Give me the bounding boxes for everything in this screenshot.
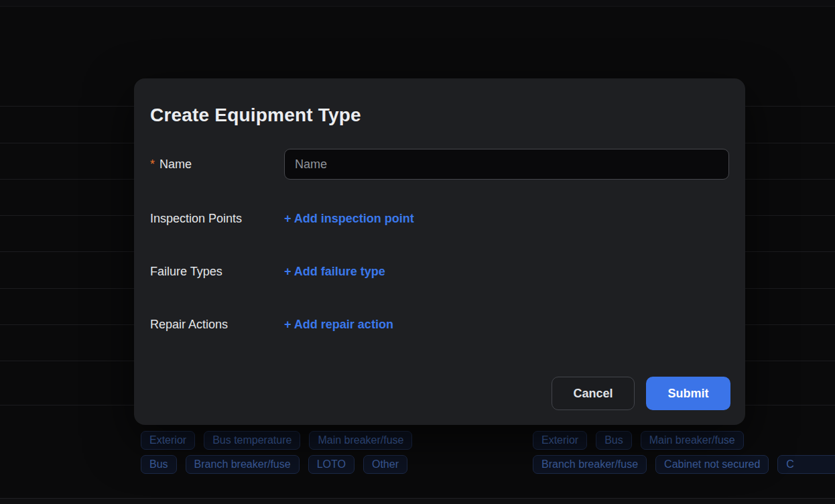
inspection-points-label: Inspection Points	[150, 212, 284, 226]
create-equipment-type-modal: Create Equipment Type * Name Inspection …	[134, 78, 745, 425]
cancel-button[interactable]: Cancel	[552, 377, 635, 410]
tag-chip: Main breaker/fuse	[641, 431, 744, 450]
add-repair-action-link[interactable]: + Add repair action	[284, 318, 393, 332]
failure-types-label-text: Failure Types	[150, 265, 222, 279]
name-field-label-cell: * Name	[150, 158, 284, 172]
tag-chip: Bus	[141, 455, 177, 474]
inspection-points-chip-row-2: Bus Branch breaker/fuse LOTO Other	[141, 455, 407, 474]
submit-button[interactable]: Submit	[646, 377, 730, 410]
add-inspection-point-link[interactable]: + Add inspection point	[284, 212, 414, 226]
tag-chip: Main breaker/fuse	[309, 431, 412, 450]
tag-chip: Bus	[596, 431, 632, 450]
inspection-points-row: Inspection Points + Add inspection point	[150, 210, 729, 227]
inspection-points-label-text: Inspection Points	[150, 212, 242, 226]
tag-chip: Exterior	[533, 431, 587, 450]
failure-types-chip-row-1: Exterior Bus Main breaker/fuse	[533, 431, 744, 450]
repair-actions-label-text: Repair Actions	[150, 318, 228, 332]
modal-title: Create Equipment Type	[150, 105, 361, 126]
tag-chip: Other	[363, 455, 407, 474]
tag-chip: Bus temperature	[204, 431, 300, 450]
tag-chip: Branch breaker/fuse	[186, 455, 300, 474]
name-field-row: * Name	[150, 149, 729, 180]
name-input[interactable]	[284, 149, 729, 180]
tag-chip: Branch breaker/fuse	[533, 455, 647, 474]
repair-actions-label: Repair Actions	[150, 318, 284, 332]
failure-types-label: Failure Types	[150, 265, 284, 279]
name-field-label: Name	[159, 158, 192, 172]
inspection-points-chip-row-1: Exterior Bus temperature Main breaker/fu…	[141, 431, 412, 450]
failure-types-row: Failure Types + Add failure type	[150, 263, 729, 280]
required-asterisk: *	[150, 158, 155, 172]
tag-chip: Cabinet not secured	[655, 455, 769, 474]
tag-chip-clipped: C	[777, 455, 835, 474]
failure-types-chip-row-2: Branch breaker/fuse Cabinet not secured …	[533, 455, 835, 474]
tag-chip: LOTO	[308, 455, 355, 474]
add-failure-type-link[interactable]: + Add failure type	[284, 265, 385, 279]
repair-actions-row: Repair Actions + Add repair action	[150, 316, 729, 333]
app-screen: Exterior Bus temperature Main breaker/fu…	[0, 0, 835, 504]
tag-chip: Exterior	[141, 431, 195, 450]
background-top-band	[0, 0, 835, 7]
table-bottom-row	[0, 498, 835, 504]
